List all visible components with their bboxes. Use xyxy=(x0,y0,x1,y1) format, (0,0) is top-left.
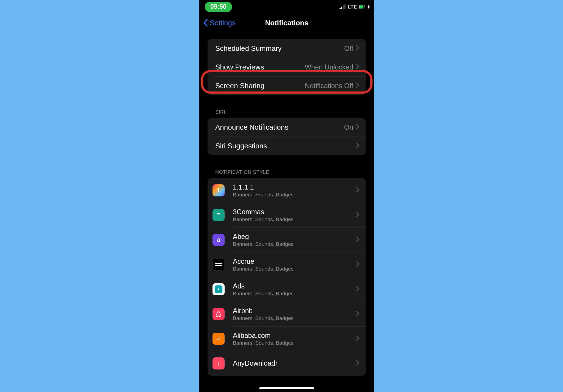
app-row[interactable]: AirbnbBanners, Sounds, Badges xyxy=(208,302,366,326)
row-value: When Unlocked xyxy=(305,63,353,71)
status-right: LTE ⚡︎ xyxy=(340,4,369,10)
row-screen-sharing[interactable]: Screen Sharing Notifications Off xyxy=(208,76,366,95)
app-icon: ↓ xyxy=(212,357,225,369)
row-label: Screen Sharing xyxy=(215,82,305,90)
app-text: AccrueBanners, Sounds, Badges xyxy=(233,257,356,272)
app-text: Alibaba.comBanners, Sounds, Badges xyxy=(233,332,356,346)
app-name: Abeg xyxy=(233,233,356,241)
app-name: AnyDownloadr xyxy=(233,359,356,367)
back-button[interactable]: Settings xyxy=(203,19,236,27)
app-row[interactable]: aAbegBanners, Sounds, Badges xyxy=(208,227,366,252)
row-value: On xyxy=(344,123,353,131)
app-row[interactable]: AccrueBanners, Sounds, Badges xyxy=(208,252,366,277)
signal-icon xyxy=(340,4,346,9)
app-sub: Banners, Sounds, Badges xyxy=(233,315,356,321)
status-bar: 09:50 LTE ⚡︎ xyxy=(199,0,374,14)
app-name: 1.1.1.1 xyxy=(233,183,356,191)
settings-group-apps: 11.1.1.1Banners, Sounds, Badges'''3Comma… xyxy=(208,178,366,376)
content: Scheduled Summary Off Show Previews When… xyxy=(199,39,374,376)
app-text: AirbnbBanners, Sounds, Badges xyxy=(233,307,356,321)
chevron-left-icon xyxy=(203,19,209,27)
battery-icon: ⚡︎ xyxy=(359,5,369,9)
chevron-right-icon xyxy=(356,237,359,243)
app-name: Alibaba.com xyxy=(233,332,356,340)
chevron-right-icon xyxy=(356,124,359,130)
app-text: 1.1.1.1Banners, Sounds, Badges xyxy=(233,183,356,198)
app-icon: ''' xyxy=(212,209,225,221)
chevron-right-icon xyxy=(356,311,359,317)
phone-screen: 09:50 LTE ⚡︎ Settings Notifications Sche… xyxy=(199,0,374,392)
row-show-previews[interactable]: Show Previews When Unlocked xyxy=(208,58,366,76)
app-text: AnyDownloadr xyxy=(233,359,356,368)
back-label: Settings xyxy=(210,19,236,27)
app-row[interactable]: aAlibaba.comBanners, Sounds, Badges xyxy=(208,326,366,351)
nav-bar: Settings Notifications xyxy=(199,14,374,32)
app-sub: Banners, Sounds, Badges xyxy=(233,216,356,223)
chevron-right-icon xyxy=(356,261,359,268)
row-value: Notifications Off xyxy=(305,82,353,90)
app-icon xyxy=(212,308,225,320)
network-label: LTE xyxy=(348,4,357,10)
chevron-right-icon xyxy=(356,212,359,218)
app-row[interactable]: ↓AnyDownloadr xyxy=(208,351,366,376)
app-name: Ads xyxy=(233,282,356,290)
row-label: Announce Notifications xyxy=(215,123,344,132)
app-icon: a xyxy=(212,333,225,345)
app-text: AdsBanners, Sounds, Badges xyxy=(233,282,356,297)
app-text: 3CommasBanners, Sounds, Badges xyxy=(233,208,356,223)
page-title: Notifications xyxy=(265,19,308,27)
row-siri-suggestions[interactable]: Siri Suggestions xyxy=(208,137,366,155)
section-header-siri: SIRI xyxy=(215,109,366,115)
chevron-right-icon xyxy=(356,187,359,194)
app-text: AbegBanners, Sounds, Badges xyxy=(233,233,356,247)
app-row[interactable]: AdsBanners, Sounds, Badges xyxy=(208,277,366,302)
app-icon xyxy=(212,258,225,271)
chevron-right-icon xyxy=(356,143,359,149)
app-name: Accrue xyxy=(233,257,356,265)
app-icon: a xyxy=(212,234,225,246)
row-label: Show Previews xyxy=(215,63,305,71)
status-time[interactable]: 09:50 xyxy=(205,2,232,12)
home-indicator[interactable] xyxy=(259,387,314,389)
app-row[interactable]: 11.1.1.1Banners, Sounds, Badges xyxy=(208,178,366,203)
app-name: Airbnb xyxy=(233,307,356,315)
chevron-right-icon xyxy=(356,45,359,52)
chevron-right-icon xyxy=(356,360,359,367)
app-row[interactable]: '''3CommasBanners, Sounds, Badges xyxy=(208,203,366,227)
settings-group-siri: Announce Notifications On Siri Suggestio… xyxy=(208,118,366,155)
app-icon: 1 xyxy=(212,184,225,196)
chevron-right-icon xyxy=(356,82,359,89)
row-label: Siri Suggestions xyxy=(215,142,353,150)
chevron-right-icon xyxy=(356,64,359,70)
row-announce-notifications[interactable]: Announce Notifications On xyxy=(208,118,366,137)
settings-group-general: Scheduled Summary Off Show Previews When… xyxy=(208,39,366,95)
app-sub: Banners, Sounds, Badges xyxy=(233,340,356,346)
app-sub: Banners, Sounds, Badges xyxy=(233,241,356,247)
app-sub: Banners, Sounds, Badges xyxy=(233,192,356,198)
section-header-notification-style: NOTIFICATION STYLE xyxy=(215,169,366,175)
app-name: 3Commas xyxy=(233,208,356,216)
app-sub: Banners, Sounds, Badges xyxy=(233,266,356,272)
row-scheduled-summary[interactable]: Scheduled Summary Off xyxy=(208,39,366,58)
row-label: Scheduled Summary xyxy=(215,44,344,53)
app-icon xyxy=(212,283,225,295)
row-value: Off xyxy=(344,45,353,52)
app-sub: Banners, Sounds, Badges xyxy=(233,291,356,297)
chevron-right-icon xyxy=(356,286,359,293)
chevron-right-icon xyxy=(356,335,359,342)
